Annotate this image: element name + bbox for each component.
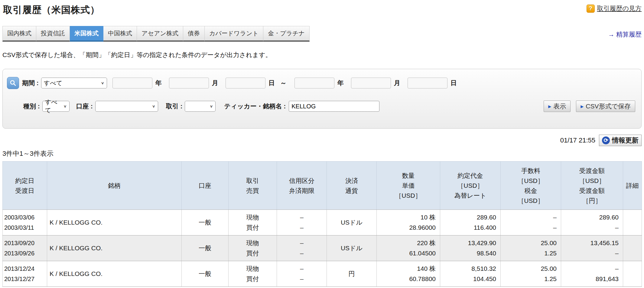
tab-covered-warrants[interactable]: カバードワラント [205, 26, 263, 42]
cell-margin: –– [277, 210, 327, 235]
tab-gold-platinum[interactable]: 金・プラチナ [263, 26, 310, 42]
type-label: 種別 : [23, 102, 40, 110]
cell-account: 一般 [182, 210, 229, 235]
cell-detail [623, 235, 642, 261]
to-year-input[interactable] [294, 78, 334, 88]
cell-detail [623, 210, 642, 235]
ticker-input[interactable] [289, 101, 379, 112]
table-row: 2013/09/202013/09/26 K / KELLOGG CO. 一般 … [3, 235, 642, 261]
header-dates: 約定日受渡日 [3, 162, 47, 210]
cell-delivery: 289.60– [561, 210, 623, 235]
from-day-label: 日 [268, 79, 275, 87]
help-link[interactable]: 取引履歴の見方 [597, 4, 642, 13]
period-select-value: すべて [44, 79, 62, 87]
period-select[interactable]: すべて ∨ [41, 78, 107, 88]
status-row: 01/17 21:55 ⟳ 情報更新 [2, 135, 642, 146]
header-quantity: 数量単価［USD］ [377, 162, 440, 210]
from-day-input[interactable] [226, 78, 265, 88]
csv-save-button[interactable]: ▶ CSV形式で保存 [576, 101, 635, 112]
cell-dates: 2013/09/202013/09/26 [3, 235, 47, 261]
to-month-input[interactable] [351, 78, 391, 88]
header-amount: 約定代金［USD］為替レート [440, 162, 501, 210]
header-delivery: 受渡金額［USD］受渡金額［円］ [561, 162, 623, 210]
result-count: 3件中1～3件表示 [2, 149, 642, 158]
cell-currency: 円 [327, 261, 377, 287]
cell-amount: 289.60116.400 [440, 210, 501, 235]
cell-dates: 2013/12/242013/12/27 [3, 261, 47, 287]
last-updated-timestamp: 01/17 21:55 [560, 136, 595, 144]
tab-bar: 国内株式 投資信託 米国株式 中国株式 アセアン株式 債券 カバードワラント 金… [2, 26, 310, 42]
cell-delivery: 13,456.15– [561, 235, 623, 261]
cell-account: 一般 [182, 261, 229, 287]
triangle-marker-icon: ▶ [581, 104, 584, 109]
refresh-button-label: 情報更新 [612, 136, 639, 145]
range-separator: ～ [280, 79, 287, 87]
refresh-icon: ⟳ [602, 136, 610, 144]
tab-china-stocks[interactable]: 中国株式 [103, 26, 137, 42]
table-row: 2013/12/242013/12/27 K / KELLOGG CO. 一般 … [3, 261, 642, 287]
to-month-label: 月 [394, 79, 400, 87]
chevron-down-icon: ∨ [101, 81, 104, 85]
csv-description-text: CSV形式で保存した場合、「期間」「約定日」等の指定された条件のデータが出力され… [2, 51, 642, 59]
filter-row-period: 期間 : すべて ∨ 年 月 日 ～ 年 月 日 [7, 77, 635, 89]
cell-fee: –– [501, 210, 561, 235]
from-year-input[interactable] [112, 78, 152, 88]
cell-trade: 現物買付 [229, 261, 277, 287]
from-month-input[interactable] [169, 78, 209, 88]
type-select[interactable]: すべて ∨ [42, 101, 70, 112]
cell-fee: 25.001.25 [501, 235, 561, 261]
cell-margin: –– [277, 261, 327, 287]
trade-label: 取引 : [166, 102, 183, 110]
cell-trade: 現物買付 [229, 235, 277, 261]
page-title: 取引履歴（米国株式） [3, 4, 100, 16]
show-button[interactable]: ▶ 表示 [544, 101, 571, 112]
cell-amount: 13,429.9098.540 [440, 235, 501, 261]
help-icon[interactable]: ? [587, 5, 595, 13]
show-button-label: 表示 [553, 102, 566, 110]
chevron-down-icon: ∨ [152, 104, 155, 108]
cell-quantity: 140 株60.78800 [377, 261, 440, 287]
ticker-label: ティッカー・銘柄名 : [224, 102, 286, 110]
refresh-button[interactable]: ⟳ 情報更新 [599, 135, 642, 146]
search-icon [9, 79, 17, 87]
tab-domestic-stocks[interactable]: 国内株式 [2, 26, 36, 42]
header-margin: 信用区分弁済期限 [277, 162, 327, 210]
cell-delivery: –891,643 [561, 261, 623, 287]
cell-margin: –– [277, 235, 327, 261]
cell-name: K / KELLOGG CO. [47, 261, 182, 287]
period-label: 期間 : [22, 79, 39, 87]
account-label: 口座 : [76, 102, 93, 110]
tab-row: 国内株式 投資信託 米国株式 中国株式 アセアン株式 債券 カバードワラント 金… [2, 26, 642, 42]
chevron-down-icon: ∨ [63, 104, 67, 108]
tab-investment-trusts[interactable]: 投資信託 [36, 26, 70, 42]
trade-select[interactable]: ∨ [185, 101, 216, 112]
tab-us-stocks[interactable]: 米国株式 [70, 26, 103, 42]
tab-asean-stocks[interactable]: アセアン株式 [137, 26, 183, 42]
cell-trade: 現物買付 [229, 210, 277, 235]
filter-row-details: 種別 : すべて ∨ 口座 : ∨ 取引 : ∨ ティッカー・銘柄名 : ▶ 表… [7, 101, 635, 112]
table-row: 2003/03/062003/03/11 K / KELLOGG CO. 一般 … [3, 210, 642, 235]
search-button[interactable] [7, 77, 19, 89]
csv-save-button-label: CSV形式で保存 [586, 102, 631, 110]
header-fee: 手数料［USD］税金［USD］ [501, 162, 561, 210]
transaction-history-table: 約定日受渡日 銘柄 口座 取引売買 信用区分弁済期限 決済通貨 数量単価［USD… [2, 161, 642, 287]
cell-fee: 25.001.25 [501, 261, 561, 287]
title-row: 取引履歴（米国株式） ? 取引履歴の見方 [2, 3, 642, 16]
chevron-down-icon: ∨ [210, 104, 213, 108]
transaction-history-page: 取引履歴（米国株式） ? 取引履歴の見方 国内株式 投資信託 米国株式 中国株式… [0, 0, 644, 287]
triangle-marker-icon: ▶ [548, 104, 551, 109]
account-select[interactable]: ∨ [95, 101, 158, 112]
cell-name: K / KELLOGG CO. [47, 235, 182, 261]
to-day-label: 日 [450, 79, 457, 87]
cell-currency: USドル [327, 210, 377, 235]
settlement-history-link[interactable]: → 精算履歴 [608, 30, 642, 39]
header-currency: 決済通貨 [327, 162, 377, 210]
filter-panel: 期間 : すべて ∨ 年 月 日 ～ 年 月 日 種別 : すべて ∨ [2, 69, 642, 129]
from-year-label: 年 [155, 79, 162, 87]
header-trade: 取引売買 [229, 162, 277, 210]
cell-detail [623, 261, 642, 287]
table-header-row: 約定日受渡日 銘柄 口座 取引売買 信用区分弁済期限 決済通貨 数量単価［USD… [3, 162, 642, 210]
tab-bonds[interactable]: 債券 [183, 26, 205, 42]
to-day-input[interactable] [408, 78, 447, 88]
from-month-label: 月 [212, 79, 218, 87]
